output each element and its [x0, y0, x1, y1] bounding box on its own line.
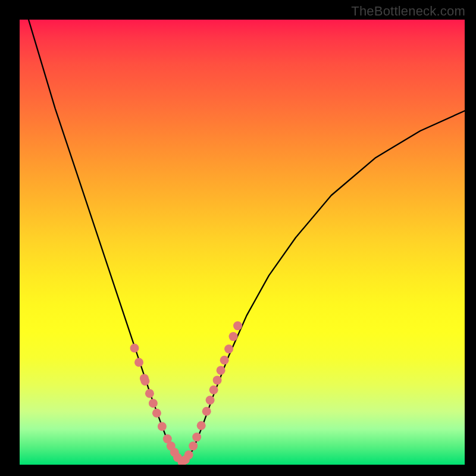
svg-point-6	[152, 409, 161, 418]
bottleneck-curve	[29, 20, 465, 464]
svg-point-23	[220, 356, 229, 365]
svg-point-24	[224, 345, 233, 353]
svg-point-25	[229, 332, 238, 341]
watermark-text: TheBottleneck.com	[351, 4, 465, 19]
svg-point-7	[158, 422, 167, 431]
chart-frame: TheBottleneck.com	[0, 0, 476, 476]
svg-point-26	[233, 321, 242, 330]
svg-point-16	[192, 433, 201, 441]
svg-point-1	[134, 358, 143, 367]
svg-point-14	[184, 450, 193, 459]
svg-point-18	[202, 407, 211, 416]
svg-point-22	[217, 366, 226, 375]
svg-point-0	[130, 344, 139, 353]
svg-point-5	[149, 399, 158, 408]
svg-point-4	[145, 389, 154, 398]
svg-point-21	[213, 375, 222, 384]
highlight-dots	[130, 321, 243, 465]
curve-layer	[20, 20, 465, 465]
svg-point-17	[197, 421, 206, 430]
plot-area	[20, 20, 465, 465]
svg-point-19	[206, 396, 215, 405]
svg-point-15	[189, 441, 198, 450]
svg-point-20	[209, 386, 218, 394]
svg-point-3	[140, 377, 149, 386]
